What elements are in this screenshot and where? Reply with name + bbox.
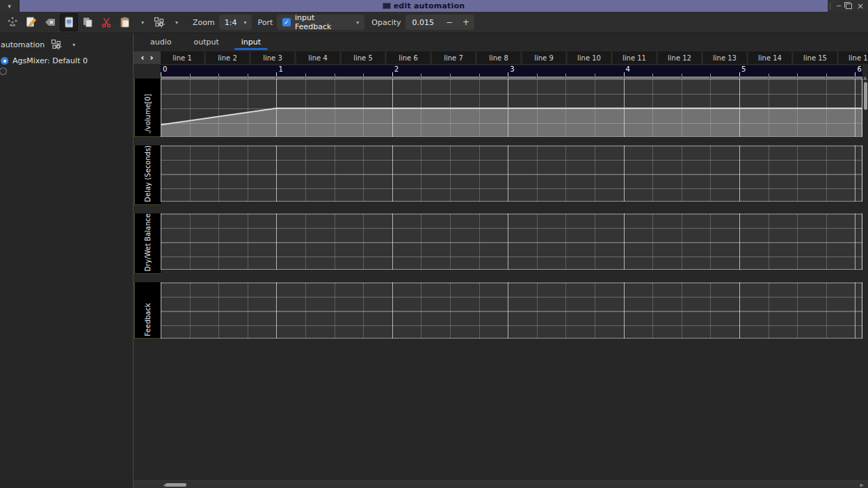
titlebar: ▾ edit automation ─ ×: [0, 0, 868, 12]
line-header-row: ‹ › line 1line 2line 3line 4line 5line 6…: [134, 51, 868, 64]
ruler-minor-tick: [797, 74, 798, 76]
zoom-combo[interactable]: 1:4 ▾: [219, 15, 252, 30]
ruler-minor-tick: [450, 74, 451, 76]
tab-input[interactable]: input: [232, 35, 271, 50]
machine-radio-row[interactable]: AgsMixer: Default 0: [0, 51, 133, 65]
ruler-minor-tick: [710, 74, 711, 76]
tab-output[interactable]: output: [184, 35, 228, 50]
ruler-number: 2: [394, 65, 399, 73]
window-menu-button[interactable]: ▾: [0, 0, 19, 12]
close-icon[interactable]: ×: [857, 3, 864, 10]
ruler-major-tick: [392, 72, 393, 76]
automation-lane: Feedback: [134, 282, 868, 339]
zoom-label: Zoom: [193, 18, 215, 27]
opacity-decrement-button[interactable]: −: [441, 17, 458, 27]
machine-radio-row[interactable]: [0, 65, 133, 75]
chevron-down-icon: ▾: [141, 19, 144, 26]
ruler-major-tick: [161, 72, 161, 76]
controls-separator: [830, 3, 830, 10]
title-strip[interactable]: edit automation: [19, 0, 828, 12]
ruler-major-tick: [739, 72, 740, 76]
window-icon: [383, 3, 391, 9]
ruler-minor-tick: [537, 74, 538, 76]
chevron-down-icon: ▾: [175, 19, 178, 26]
copy-button[interactable]: [79, 13, 97, 31]
ruler-number: 6: [857, 65, 861, 73]
ruler-minor-tick: [305, 74, 306, 76]
line-header: line 8: [477, 51, 520, 64]
edit-icon: [25, 16, 38, 29]
ruler-minor-tick: [826, 74, 827, 76]
tool-icon: [153, 16, 166, 29]
line-header: line 14: [748, 51, 791, 64]
scroll-right-icon[interactable]: ▶: [860, 482, 864, 488]
paste-icon: [119, 16, 131, 29]
lane-grid[interactable]: [161, 79, 862, 137]
clear-icon: [44, 16, 56, 29]
minimize-icon[interactable]: ─: [837, 3, 841, 10]
nav-back-button[interactable]: ‹: [141, 54, 145, 62]
ruler-number: 3: [510, 65, 514, 73]
copy-icon: [81, 16, 94, 29]
lane-label: Delay (Seconds): [134, 145, 161, 205]
line-header: line 10: [568, 51, 611, 64]
horizontal-scrollbar[interactable]: ◀ ▶: [134, 480, 868, 488]
opacity-spinbutton: 0.015 − +: [405, 15, 475, 30]
lane-grid[interactable]: [161, 282, 862, 339]
ruler-major-tick: [855, 72, 855, 76]
opacity-increment-button[interactable]: +: [458, 17, 474, 27]
position-button[interactable]: [3, 13, 22, 31]
paste-button[interactable]: [116, 13, 134, 31]
ruler-minor-tick: [652, 74, 653, 76]
chevron-down-icon: ▾: [243, 19, 246, 26]
nav-forward-button[interactable]: ›: [150, 54, 154, 62]
port-checkbox[interactable]: ✓: [282, 18, 291, 26]
edit-automation-window: ▾ edit automation ─ × ▾▾ Zoom 1:4 ▾ Port…: [0, 0, 868, 488]
machine-radio[interactable]: [1, 57, 8, 65]
sidebar-title: automation: [1, 40, 45, 49]
vertical-scrollbar[interactable]: ▲: [863, 65, 867, 480]
ruler-minor-tick: [769, 74, 769, 76]
window-controls: ─ ×: [828, 0, 868, 12]
port-combo[interactable]: ✓ input Feedback ▾: [277, 15, 364, 30]
sidebar-header: automation ▾: [0, 33, 133, 51]
chevron-down-icon[interactable]: ▾: [72, 42, 75, 48]
lane-grid[interactable]: [161, 145, 862, 202]
line-header: line 11: [613, 51, 656, 64]
horizontal-scroll-thumb[interactable]: [166, 483, 186, 487]
line-header: line 1: [161, 51, 204, 64]
ruler-minor-tick: [565, 74, 566, 76]
line-header: line 12: [658, 51, 701, 64]
tool-button[interactable]: [150, 13, 168, 31]
ruler-major-tick: [276, 72, 277, 76]
lane-label: Dry/Wet Balance: [134, 213, 161, 275]
tool-options-button[interactable]: ▾: [171, 13, 182, 31]
machine-label: AgsMixer: Default 0: [13, 56, 88, 65]
lane-label: Feedback: [134, 282, 161, 339]
ruler-minor-tick: [595, 74, 595, 76]
opacity-value[interactable]: 0.015: [405, 18, 442, 27]
ruler-minor-tick: [190, 74, 191, 76]
line-header: line 9: [522, 51, 565, 64]
ruler[interactable]: 0123456: [161, 65, 862, 76]
automation-curve: [161, 79, 862, 136]
edit-button[interactable]: [22, 13, 40, 31]
cut-button[interactable]: [97, 13, 115, 31]
machine-radio[interactable]: [0, 67, 7, 75]
ruler-major-tick: [624, 72, 625, 76]
ruler-number: 0: [163, 65, 167, 73]
select-button[interactable]: [60, 13, 78, 31]
toolbar: ▾▾ Zoom 1:4 ▾ Port ✓ input Feedback ▾ Op…: [0, 12, 868, 33]
ruler-minor-tick: [218, 74, 219, 76]
scroll-up-icon[interactable]: ▲: [863, 75, 867, 81]
lane-grid[interactable]: [161, 213, 862, 270]
line-header: line 3: [251, 51, 294, 64]
paste-options-button[interactable]: ▾: [137, 13, 148, 31]
cut-icon: [100, 16, 113, 29]
maximize-icon[interactable]: [846, 3, 852, 9]
tab-audio[interactable]: audio: [140, 35, 181, 50]
sidebar: automation ▾ AgsMixer: Default 0: [0, 33, 134, 488]
vertical-scroll-thumb[interactable]: [864, 82, 867, 110]
line-header: line 16: [839, 51, 868, 64]
clear-button[interactable]: [41, 13, 59, 31]
